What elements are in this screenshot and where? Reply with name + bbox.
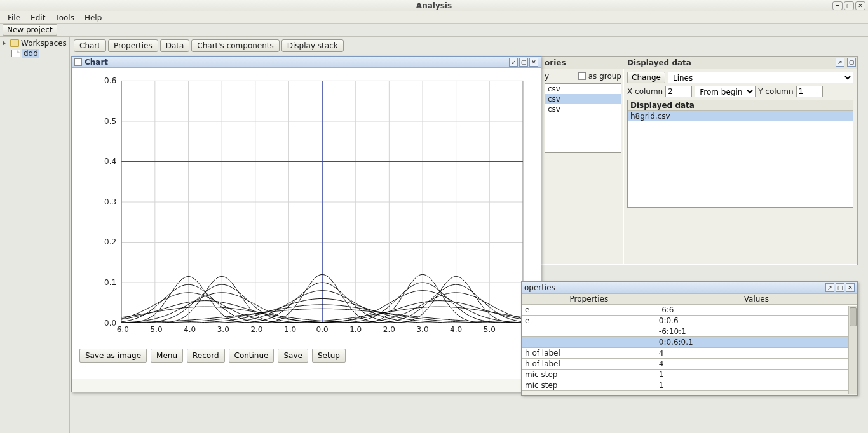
svg-text:0.3: 0.3	[104, 197, 116, 206]
prop-value-cell[interactable]: 1	[656, 380, 857, 391]
prop-name-cell[interactable]: e	[522, 305, 656, 316]
prop-value-cell[interactable]: 0:0.6:0.1	[656, 337, 857, 348]
svg-text:0.5: 0.5	[104, 117, 116, 126]
displayed-data-panel: ↗ ▢ Displayed data Change Lines X column…	[623, 56, 858, 265]
prop-value-cell[interactable]: 4	[656, 348, 857, 359]
prop-name-cell[interactable]	[522, 337, 656, 348]
minimize-button[interactable]: ━	[832, 1, 843, 10]
directories-panel: ories y as group csv csv csv	[540, 56, 626, 265]
setup-button[interactable]: Setup	[312, 349, 346, 363]
svg-text:0.0: 0.0	[104, 319, 116, 328]
properties-panel: operties ↗ ▢ ✕ Properties Values e-6:6e0…	[521, 281, 858, 396]
properties-scrollbar[interactable]	[848, 306, 857, 394]
svg-text:1.0: 1.0	[349, 325, 362, 334]
displayed-title: Displayed data	[627, 58, 691, 67]
displayed-list-header: Displayed data	[628, 100, 853, 111]
menu-bar: File Edit Tools Help	[0, 11, 868, 24]
prop-value-cell[interactable]: -6:10:1	[656, 326, 857, 337]
props-max-icon[interactable]: ▢	[836, 283, 844, 292]
svg-text:-3.0: -3.0	[214, 325, 229, 334]
tree-root-item[interactable]: Workspaces	[1, 38, 68, 48]
prop-value-cell[interactable]: 1	[656, 370, 857, 380]
tab-data[interactable]: Data	[160, 39, 190, 52]
prop-name-cell[interactable]: h of label	[522, 359, 656, 370]
work-area: Chart Properties Data Chart's components…	[70, 37, 868, 433]
dir-list-item[interactable]: csv	[545, 104, 621, 114]
record-button[interactable]: Record	[187, 349, 224, 363]
tab-chart[interactable]: Chart	[74, 39, 106, 52]
window-title: Analysis	[416, 1, 452, 10]
file-icon	[11, 50, 20, 57]
frame-max-icon[interactable]: ▢	[519, 58, 528, 67]
svg-text:0.0: 0.0	[316, 325, 329, 334]
ycol-label: Y column	[758, 87, 793, 96]
directories-title-suffix: ories	[545, 58, 566, 67]
document-icon	[74, 58, 82, 66]
properties-table: Properties Values e-6:6e0:0.6-6:10:10:0.…	[522, 293, 857, 391]
chart-frame-titlebar[interactable]: Chart ↙ ▢ ✕	[72, 57, 541, 68]
tree-child-item[interactable]: ddd	[1, 48, 68, 58]
prop-name-cell[interactable]: h of label	[522, 348, 656, 359]
from-select[interactable]: From begin	[695, 86, 756, 97]
props-close-icon[interactable]: ✕	[846, 283, 855, 292]
continue-button[interactable]: Continue	[229, 349, 275, 363]
svg-text:2.0: 2.0	[383, 325, 395, 334]
displayed-list-item[interactable]: h8grid.csv	[628, 111, 853, 121]
chart-frame-title: Chart	[85, 58, 508, 67]
tab-properties[interactable]: Properties	[108, 39, 158, 52]
frame-min-icon[interactable]: ↙	[509, 58, 518, 67]
panel-max-icon[interactable]: ▢	[847, 58, 856, 67]
props-detach-icon[interactable]: ↗	[825, 283, 834, 292]
prop-name-cell[interactable]: mic step	[522, 380, 656, 391]
expand-icon	[3, 41, 6, 46]
panel-detach-icon[interactable]: ↗	[836, 58, 844, 67]
tab-strip: Chart Properties Data Chart's components…	[74, 39, 864, 52]
prop-name-cell[interactable]	[522, 326, 656, 337]
prop-value-cell[interactable]: -6:6	[656, 305, 857, 316]
svg-text:0.4: 0.4	[104, 157, 116, 166]
tab-display-stack[interactable]: Display stack	[281, 39, 344, 52]
menu-button[interactable]: Menu	[151, 349, 183, 363]
prop-value-cell[interactable]: 0:0.6	[656, 316, 857, 326]
values-col-header: Values	[656, 294, 857, 305]
maximize-button[interactable]: ▢	[844, 1, 854, 10]
frame-close-icon[interactable]: ✕	[529, 58, 538, 67]
as-group-checkbox[interactable]	[578, 72, 586, 80]
prop-name-cell[interactable]: mic step	[522, 370, 656, 380]
menu-help[interactable]: Help	[79, 12, 107, 23]
ycol-input[interactable]	[796, 86, 823, 97]
xcol-input[interactable]	[665, 86, 692, 97]
dir-list-item[interactable]: csv	[545, 94, 621, 104]
props-col-header: Properties	[522, 294, 656, 305]
save-button[interactable]: Save	[278, 349, 308, 363]
svg-text:0.1: 0.1	[104, 278, 116, 287]
save-as-image-button[interactable]: Save as image	[79, 349, 147, 363]
workspace-tree: Workspaces ddd	[0, 37, 70, 433]
svg-text:-5.0: -5.0	[147, 325, 162, 334]
menu-tools[interactable]: Tools	[50, 12, 79, 23]
svg-text:0.2: 0.2	[104, 237, 116, 246]
close-button[interactable]: ✕	[855, 1, 865, 10]
svg-text:-4.0: -4.0	[181, 325, 196, 334]
properties-title-suffix: operties	[524, 283, 824, 292]
chart-plot: -6.0-5.0-4.0-3.0-2.0-1.00.01.02.03.04.05…	[77, 72, 536, 345]
dir-item[interactable]: y	[545, 72, 576, 81]
chart-internal-frame: Chart ↙ ▢ ✕ -6.0-5.0-4.0-3.0-2.0-1.00.01…	[71, 56, 541, 392]
folder-icon	[10, 39, 19, 47]
menu-edit[interactable]: Edit	[25, 12, 50, 23]
new-project-button[interactable]: New project	[3, 24, 57, 36]
prop-value-cell[interactable]: 4	[656, 359, 857, 370]
app-icon	[4, 1, 13, 10]
xcol-label: X column	[627, 87, 663, 96]
change-button[interactable]: Change	[627, 72, 665, 83]
menu-file[interactable]: File	[3, 12, 25, 23]
toolbar: New project	[0, 24, 868, 37]
svg-text:3.0: 3.0	[416, 325, 428, 334]
svg-text:-1.0: -1.0	[281, 325, 296, 334]
tab-components[interactable]: Chart's components	[191, 39, 279, 52]
prop-name-cell[interactable]: e	[522, 316, 656, 326]
tree-root-label: Workspaces	[21, 39, 67, 48]
window-title-bar: Analysis ━ ▢ ✕	[0, 0, 868, 11]
dir-list-item[interactable]: csv	[545, 84, 621, 94]
chart-type-select[interactable]: Lines	[668, 72, 853, 83]
